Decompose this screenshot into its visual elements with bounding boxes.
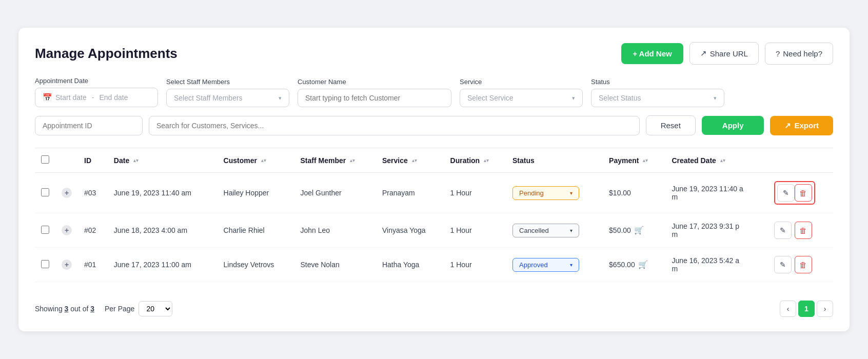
expand-row-button[interactable]: + — [62, 188, 72, 198]
row-checkbox[interactable] — [41, 226, 49, 234]
status-text: Cancelled — [519, 227, 549, 234]
service-label: Service — [460, 78, 583, 86]
calendar-icon: 📅 — [43, 93, 52, 102]
chevron-down-icon: ▾ — [279, 95, 282, 102]
table-row: + #03 June 19, 2023 11:40 am Hailey Hopp… — [35, 173, 833, 213]
cart-icon: 🛒 — [634, 226, 644, 235]
status-badge[interactable]: Pending ▾ — [512, 186, 579, 200]
page-title: Manage Appointments — [35, 46, 177, 62]
cart-icon: 🛒 — [638, 260, 648, 269]
expand-row-button[interactable]: + — [62, 225, 72, 235]
sort-arrows-service[interactable]: ▴▾ — [412, 158, 417, 163]
expand-col-header — [55, 148, 78, 173]
page-1-button[interactable]: 1 — [798, 301, 815, 317]
payment-amount: $10.00 — [609, 189, 631, 197]
staff-select[interactable]: Select Staff Members ▾ — [166, 89, 289, 107]
share-icon: ↗ — [700, 49, 707, 58]
expand-row-button[interactable]: + — [62, 260, 72, 270]
delete-button[interactable]: 🗑 — [795, 256, 812, 273]
search-input[interactable] — [149, 116, 640, 135]
col-payment: Payment ▴▾ — [603, 148, 665, 173]
row-payment: $10.00 — [603, 173, 665, 213]
add-new-button[interactable]: + Add New — [621, 43, 683, 64]
row-customer: Charlie Rhiel — [218, 213, 294, 248]
delete-button[interactable]: 🗑 — [795, 184, 812, 202]
col-customer: Customer ▴▾ — [218, 148, 294, 173]
prev-page-button[interactable]: ‹ — [780, 301, 796, 317]
share-url-button[interactable]: ↗ Share URL — [689, 42, 759, 65]
sort-arrows-created-date[interactable]: ▴▾ — [720, 158, 725, 163]
row-service: Vinyasa Yoga — [376, 213, 444, 248]
table-row: + #01 June 17, 2023 11:00 am Lindsey Vet… — [35, 248, 833, 282]
sort-arrows-staff[interactable]: ▴▾ — [350, 158, 355, 163]
chevron-down-icon-status-badge: ▾ — [570, 228, 573, 233]
chevron-down-icon-status-badge: ▾ — [570, 262, 573, 268]
date-separator: - — [92, 93, 94, 102]
sort-arrows-duration[interactable]: ▴▾ — [484, 158, 489, 163]
row-payment: $50.00 🛒 — [603, 213, 665, 248]
next-page-button[interactable]: › — [817, 301, 833, 317]
status-badge[interactable]: Cancelled ▾ — [512, 224, 579, 237]
row-checkbox[interactable] — [41, 188, 49, 196]
col-id: ID — [78, 148, 108, 173]
table-header-row: ID Date ▴▾ Customer ▴▾ Staff Member ▴▾ S… — [35, 148, 833, 173]
row-actions: ✎ 🗑 — [768, 213, 833, 248]
row-duration: 1 Hour — [444, 248, 506, 282]
appointments-table: ID Date ▴▾ Customer ▴▾ Staff Member ▴▾ S… — [35, 148, 833, 282]
edit-button[interactable]: ✎ — [777, 184, 795, 202]
row-status: Pending ▾ — [506, 173, 603, 213]
customer-input[interactable] — [298, 89, 451, 107]
appointment-date-filter: Appointment Date 📅 Start date - End date — [35, 77, 158, 107]
status-text: Approved — [519, 261, 548, 269]
row-checkbox[interactable] — [41, 260, 49, 268]
status-badge[interactable]: Approved ▾ — [512, 258, 579, 272]
row-expand-cell: + — [55, 213, 78, 248]
status-text: Pending — [519, 189, 544, 197]
staff-placeholder: Select Staff Members — [174, 94, 243, 102]
pagination: ‹ 1 › — [780, 301, 833, 317]
edit-button[interactable]: ✎ — [774, 256, 792, 273]
appointment-id-input[interactable] — [35, 116, 143, 135]
row-staff: Steve Nolan — [294, 248, 376, 282]
select-all-checkbox[interactable] — [41, 155, 49, 164]
action-cell-highlighted: ✎ 🗑 — [774, 181, 815, 205]
end-date-placeholder: End date — [99, 93, 128, 102]
edit-button[interactable]: ✎ — [774, 222, 792, 239]
export-icon: ↗ — [784, 121, 791, 130]
status-label: Status — [591, 78, 724, 86]
row-id: #03 — [78, 173, 108, 213]
export-button[interactable]: ↗ Export — [770, 116, 833, 135]
status-select[interactable]: Select Status ▾ — [591, 89, 724, 107]
per-page-select[interactable]: 10 20 50 100 — [139, 301, 172, 316]
sort-arrows-customer[interactable]: ▴▾ — [261, 158, 266, 163]
select-all-header — [35, 148, 55, 173]
delete-button[interactable]: 🗑 — [795, 222, 812, 239]
col-date: Date ▴▾ — [108, 148, 218, 173]
service-filter: Service Select Service ▾ — [460, 78, 583, 107]
need-help-button[interactable]: ? Need help? — [765, 43, 833, 65]
reset-button[interactable]: Reset — [646, 115, 696, 135]
date-range-input[interactable]: 📅 Start date - End date — [35, 88, 158, 107]
status-placeholder: Select Status — [599, 94, 641, 102]
row-duration: 1 Hour — [444, 173, 506, 213]
row-actions: ✎ 🗑 — [768, 173, 833, 213]
row-checkbox-cell — [35, 248, 55, 282]
staff-filter: Select Staff Members Select Staff Member… — [166, 78, 289, 107]
chevron-down-icon-status: ▾ — [714, 95, 717, 102]
row-staff: Joel Gunther — [294, 173, 376, 213]
filters-row: Appointment Date 📅 Start date - End date… — [35, 77, 833, 107]
row-service: Hatha Yoga — [376, 248, 444, 282]
search-row: Reset Apply ↗ Export — [35, 115, 833, 135]
row-created-date: June 17, 2023 9:31 p m — [665, 213, 767, 248]
col-status: Status — [506, 148, 603, 173]
row-staff: John Leo — [294, 213, 376, 248]
service-select[interactable]: Select Service ▾ — [460, 89, 583, 107]
sort-arrows-payment[interactable]: ▴▾ — [643, 158, 648, 163]
payment-cell: $650.00 🛒 — [609, 260, 659, 269]
sort-arrows-date[interactable]: ▴▾ — [133, 158, 139, 163]
header-actions: + Add New ↗ Share URL ? Need help? — [621, 42, 833, 65]
staff-label: Select Staff Members — [166, 78, 289, 86]
per-page-control: Per Page 10 20 50 100 — [105, 301, 172, 316]
col-service: Service ▴▾ — [376, 148, 444, 173]
apply-button[interactable]: Apply — [702, 116, 764, 135]
